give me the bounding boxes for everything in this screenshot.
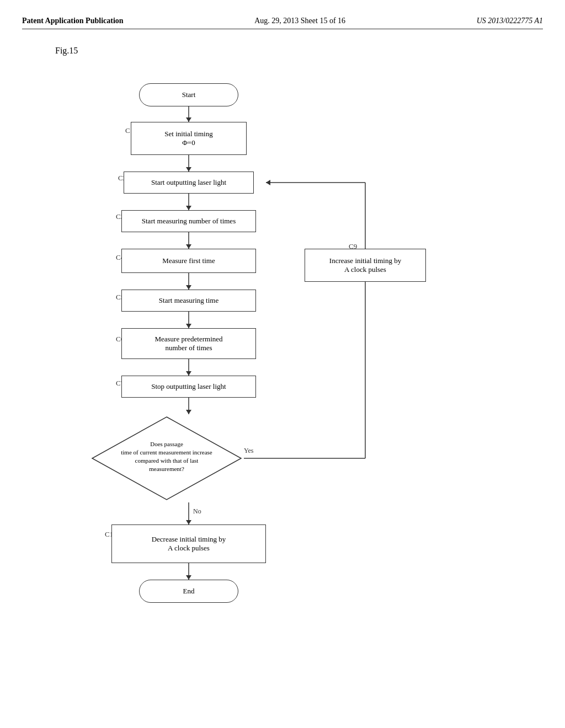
svg-text:compared with that of last: compared with that of last (135, 457, 199, 464)
figure-label: Fig.15 (55, 46, 543, 56)
svg-marker-21 (266, 180, 270, 185)
no-label: No (193, 507, 201, 515)
end-node: End (139, 580, 238, 603)
svg-marker-15 (186, 410, 191, 414)
start-node: Start (139, 83, 238, 106)
c7-node: Stop outputting laser light (121, 376, 256, 398)
svg-text:measurement?: measurement? (149, 465, 184, 472)
c8-diamond: Does passage time of current measurement… (89, 414, 244, 502)
c1-node: Set initial timing Φ=0 (131, 122, 247, 155)
diamond-svg: Does passage time of current measurement… (89, 414, 244, 502)
svg-marker-7 (186, 244, 191, 249)
header-left: Patent Application Publication (22, 17, 124, 25)
c6-node: Measure predetermined number of times (121, 328, 256, 359)
svg-text:Does passage: Does passage (150, 441, 183, 447)
c9-node: Increase initial timing by A clock pulse… (305, 249, 426, 282)
svg-marker-11 (186, 324, 191, 328)
page: Patent Application Publication Aug. 29, … (0, 0, 565, 728)
svg-text:time of current measurement in: time of current measurement increase (121, 449, 212, 456)
svg-marker-9 (186, 285, 191, 290)
c2-node: Start outputting laser light (124, 172, 254, 194)
header: Patent Application Publication Aug. 29, … (22, 17, 543, 29)
header-right: US 2013/0222775 A1 (477, 17, 543, 25)
yes-label: Yes (244, 447, 254, 454)
svg-marker-5 (186, 206, 191, 210)
svg-marker-1 (186, 117, 191, 122)
svg-marker-3 (186, 167, 191, 172)
flowchart-svg: Yes No (34, 67, 531, 690)
c4-node: Measure first time (121, 249, 256, 273)
flowchart: Yes No Start C1 Set initial timing Φ=0 C… (34, 67, 531, 690)
c10-node: Decrease initial timing by A clock pulse… (111, 524, 266, 563)
svg-marker-23 (186, 520, 191, 524)
header-center: Aug. 29, 2013 Sheet 15 of 16 (254, 17, 345, 25)
svg-marker-13 (186, 371, 191, 376)
c5-node: Start measuring time (121, 290, 256, 312)
svg-marker-25 (186, 575, 191, 580)
c3-node: Start measuring number of times (121, 210, 256, 232)
